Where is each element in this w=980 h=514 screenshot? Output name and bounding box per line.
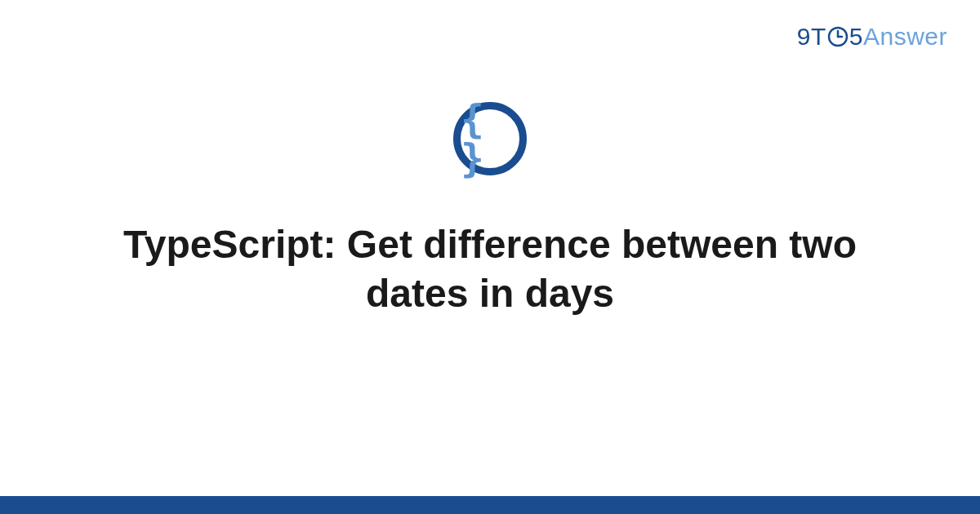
logo-text-5: 5 (849, 23, 863, 50)
code-braces-icon: { } (461, 100, 519, 178)
footer-accent-bar (0, 496, 980, 514)
main-content: { } TypeScript: Get difference between t… (0, 102, 980, 318)
category-icon-circle: { } (453, 102, 527, 175)
logo-text-9t: 9T (797, 23, 826, 50)
page-title: TypeScript: Get difference between two d… (122, 220, 858, 318)
clock-icon (826, 25, 849, 48)
site-logo: 9T5Answer (797, 23, 947, 51)
logo-text-answer: Answer (863, 23, 947, 50)
